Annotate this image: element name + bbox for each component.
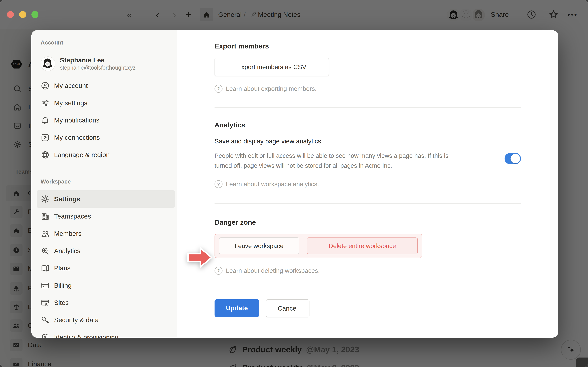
sidebar-item-my-settings[interactable]: My settings [37,94,175,112]
danger-zone-heading: Danger zone [215,218,521,226]
window-zoom-button[interactable] [31,11,38,18]
key-icon [41,316,50,325]
sidebar-item-settings[interactable]: Settings [37,190,175,208]
delete-workspace-button[interactable]: Delete entire workspace [307,237,418,254]
section-divider [215,107,521,108]
user-name: Stephanie Lee [60,56,136,64]
learn-analytics-link[interactable]: ? Learn about workspace analytics. [215,180,521,188]
buildings-icon [41,212,50,221]
annotation-arrow [187,246,213,269]
analytics-toggle[interactable] [505,153,521,164]
sidebar-item-billing[interactable]: Billing [37,277,175,294]
export-members-heading: Export members [215,42,521,50]
sidebar-item-security-data[interactable]: Security & data [37,311,175,329]
account-section-label: Account [41,40,177,46]
settings-modal: Account Stephanie Lee stephanie@toolsfor… [31,30,558,338]
window-minimize-button[interactable] [19,11,26,18]
export-members-csv-button[interactable]: Export members as CSV [215,58,329,76]
user-email: stephanie@toolsforthought.xyz [60,64,136,71]
danger-zone-box: Leave workspace Delete entire workspace [215,234,422,258]
window-close-button[interactable] [7,11,14,18]
analytics-heading: Analytics [215,121,521,129]
map-icon [41,264,50,273]
app-window: « ‹ › + General / ✎ Meeting Notes Share … [0,0,588,367]
help-circle-icon: ? [215,267,223,275]
credit-card-icon [41,281,50,290]
user-avatar [41,56,55,71]
sidebar-item-my-account[interactable]: My account [37,77,175,94]
cancel-button[interactable]: Cancel [266,300,310,317]
analytics-setting-description: People with edit or full access will be … [215,151,466,171]
learn-analytics-label: Learn about workspace analytics. [226,181,319,188]
toggle-knob [510,154,520,163]
analytics-setting-label: Save and display page view analytics [215,138,466,145]
sidebar-item-language-region[interactable]: Language & region [37,146,175,163]
learn-deleting-label: Learn about deleting workspaces. [226,267,320,274]
sidebar-item-my-notifications[interactable]: My notifications [37,112,175,129]
account-user-row[interactable]: Stephanie Lee stephanie@toolsforthought.… [37,54,175,73]
learn-exporting-link[interactable]: ? Learn about exporting members. [215,85,521,93]
person-circle-icon [41,81,50,90]
magnifier-plus-icon [41,246,50,256]
sidebar-item-identity-provisioning[interactable]: Identity & provisioning [37,329,175,338]
section-divider [215,203,521,204]
sliders-icon [41,99,50,108]
sidebar-item-analytics[interactable]: Analytics [37,242,175,259]
section-divider [215,289,521,289]
leave-workspace-button[interactable]: Leave workspace [219,237,299,254]
sidebar-item-sites[interactable]: Sites [37,294,175,311]
help-circle-icon: ? [215,180,223,188]
shield-icon [41,333,50,338]
sidebar-item-my-connections[interactable]: My connections [37,129,175,146]
gear-icon [41,194,50,204]
learn-exporting-label: Learn about exporting members. [226,85,317,92]
arrow-up-right-box-icon [41,133,50,142]
bell-icon [41,116,50,125]
update-button[interactable]: Update [215,300,259,317]
learn-deleting-link[interactable]: ? Learn about deleting workspaces. [215,267,521,275]
sidebar-item-members[interactable]: Members [37,225,175,242]
workspace-section-label: Workspace [41,178,177,185]
settings-content: Export members Export members as CSV ? L… [177,30,558,338]
sidebar-item-plans[interactable]: Plans [37,259,175,277]
globe-icon [41,150,50,159]
settings-sidebar: Account Stephanie Lee stephanie@toolsfor… [31,30,177,338]
browser-cursor-icon [41,298,50,307]
sidebar-item-teamspaces[interactable]: Teamspaces [37,208,175,225]
help-circle-icon: ? [215,85,223,93]
members-icon [41,229,50,238]
